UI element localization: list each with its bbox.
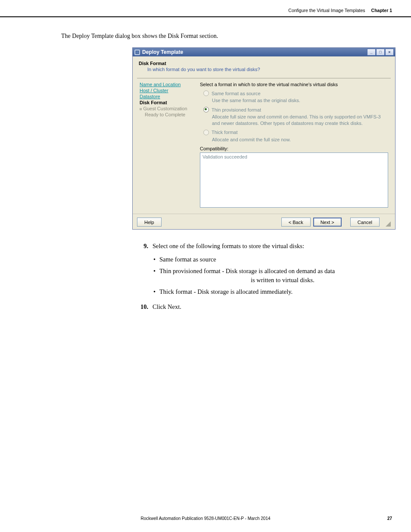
pane-intro: Select a format in which to store the vi… [200, 82, 388, 87]
nav-name-location[interactable]: Name and Location [140, 82, 194, 87]
footer-publication: Rockwell Automation Publication 9528-UM0… [36, 516, 375, 521]
list-item: Thick format - Disk storage is allocated… [153, 287, 392, 296]
step-9-text: Select one of the following formats to s… [153, 242, 392, 251]
radio-thick-label: Thick format [212, 130, 238, 135]
radio-icon [203, 90, 209, 96]
maximize-button[interactable]: □ [376, 49, 385, 56]
nav-datastore[interactable]: Datastore [140, 94, 194, 99]
nav-ready-complete: Ready to Complete [145, 112, 194, 117]
radio-thin-provisioned[interactable]: Thin provisioned format [203, 107, 388, 112]
back-button[interactable]: < Back [281, 218, 311, 227]
next-button[interactable]: Next > [313, 218, 342, 227]
page-header: Configure the Virtual Image Templates Ch… [0, 0, 411, 17]
tree-expander-icon: ⊞ [140, 107, 142, 111]
radio-thin-label: Thin provisioned format [212, 107, 261, 112]
figure-caption: The Deploy Template dialog box shows the… [61, 33, 392, 40]
radio-icon [203, 107, 209, 112]
minimize-button[interactable]: _ [367, 49, 376, 56]
section-heading: Disk Format [139, 61, 391, 66]
close-button[interactable]: × [385, 49, 394, 56]
page-footer: Rockwell Automation Publication 9528-UM0… [19, 516, 392, 521]
header-chapter: Chapter 1 [371, 8, 392, 13]
wizard-nav: Name and Location Host / Cluster Datasto… [137, 82, 196, 210]
svg-rect-0 [136, 51, 139, 54]
wizard-main-pane: Select a format in which to store the vi… [196, 82, 391, 210]
compatibility-box: Validation succeeded [200, 152, 388, 208]
same-format-desc: Use the same format as the original disk… [212, 97, 388, 103]
resize-grip-icon[interactable] [386, 221, 391, 227]
section-subheading: In which format do you want to store the… [147, 67, 391, 72]
compatibility-label: Compatibility: [200, 146, 388, 151]
cancel-button[interactable]: Cancel [350, 218, 380, 227]
list-item: Same format as source [153, 255, 392, 264]
radio-same-format-label: Same format as source [212, 91, 261, 96]
instruction-text: 9. Select one of the following formats t… [135, 242, 392, 311]
nav-disk-format[interactable]: Disk Format [140, 100, 194, 105]
titlebar: Deploy Template _ □ × [133, 48, 395, 56]
compatibility-value: Validation succeeded [202, 154, 247, 159]
list-item: Thin provisioned format - Disk storage i… [153, 267, 392, 285]
step-10-number: 10. [135, 302, 148, 311]
format-options-list: Same format as source Thin provisioned f… [153, 255, 392, 296]
deploy-template-dialog: Deploy Template _ □ × Disk Format In whi… [132, 47, 395, 230]
button-bar: Help < Back Next > Cancel [133, 214, 395, 229]
dialog-title: Deploy Template [142, 49, 367, 55]
radio-same-format[interactable]: Same format as source [203, 90, 388, 96]
thin-desc: Allocate full size now and commit on dem… [212, 114, 388, 126]
header-section-title: Configure the Virtual Image Templates [288, 8, 365, 13]
step-9-number: 9. [135, 242, 148, 251]
radio-icon [203, 130, 209, 135]
thick-desc: Allocate and commit the full size now. [212, 137, 388, 143]
nav-host-cluster[interactable]: Host / Cluster [140, 88, 194, 93]
step-10-text: Click Next. [153, 302, 392, 311]
help-button[interactable]: Help [137, 218, 162, 227]
footer-page-number: 27 [375, 516, 392, 521]
app-icon [134, 50, 140, 55]
radio-thick-format[interactable]: Thick format [203, 130, 388, 135]
nav-guest-customization: ⊞Guest Customization [140, 106, 194, 111]
